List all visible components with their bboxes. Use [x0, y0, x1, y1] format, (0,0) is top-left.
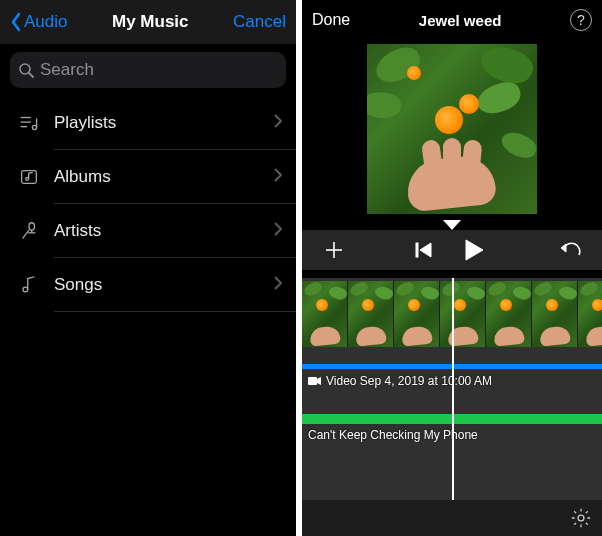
chevron-right-icon: [274, 168, 282, 186]
undo-icon: [559, 242, 581, 258]
playback-controls: [302, 230, 602, 270]
svg-marker-15: [561, 244, 566, 252]
row-artists[interactable]: Artists: [0, 204, 296, 258]
search-input[interactable]: [40, 60, 278, 80]
svg-line-1: [29, 73, 33, 77]
albums-icon: [14, 166, 44, 188]
editor-footer: [302, 500, 602, 536]
plus-icon: [324, 240, 344, 260]
back-button[interactable]: Audio: [10, 12, 67, 32]
skip-back-icon: [415, 242, 433, 258]
add-media-button[interactable]: [312, 240, 356, 260]
chevron-right-icon: [274, 222, 282, 240]
svg-marker-13: [420, 243, 431, 257]
row-label: Artists: [54, 221, 274, 241]
search-icon: [18, 62, 34, 78]
left-header: Audio My Music Cancel: [0, 0, 296, 44]
right-header: Done Jewel weed ?: [302, 0, 602, 40]
timeline-thumbnail[interactable]: [532, 281, 578, 347]
cancel-button[interactable]: Cancel: [233, 12, 286, 32]
left-title: My Music: [112, 12, 189, 32]
play-button[interactable]: [446, 239, 502, 261]
row-songs[interactable]: Songs: [0, 258, 296, 312]
video-clip-label: Video Sep 4, 2019 at 10:00 AM: [308, 374, 492, 388]
video-clip-icon: [308, 376, 322, 386]
timeline-thumbnail[interactable]: [394, 281, 440, 347]
svg-point-8: [29, 223, 35, 230]
undo-button[interactable]: [548, 242, 592, 258]
row-playlists[interactable]: Playlists: [0, 96, 296, 150]
row-label: Albums: [54, 167, 274, 187]
row-albums[interactable]: Albums: [0, 150, 296, 204]
songs-icon: [14, 274, 44, 296]
preview-frame[interactable]: [363, 40, 541, 218]
chevron-left-icon: [10, 12, 22, 32]
svg-marker-17: [317, 377, 321, 385]
svg-rect-16: [308, 377, 317, 385]
artists-icon: [14, 220, 44, 242]
svg-marker-14: [466, 240, 483, 260]
timeline-thumbnail[interactable]: [578, 281, 602, 347]
timeline[interactable]: /* placeholder, thumbs generated below v…: [302, 278, 602, 536]
svg-point-9: [23, 287, 28, 292]
chevron-right-icon: [274, 114, 282, 132]
row-label: Playlists: [54, 113, 274, 133]
timeline-thumbnail[interactable]: [348, 281, 394, 347]
settings-button[interactable]: [570, 507, 592, 529]
play-icon: [464, 239, 484, 261]
playhead-indicator-icon: [302, 220, 602, 230]
skip-back-button[interactable]: [402, 242, 446, 258]
svg-point-18: [578, 515, 584, 521]
gear-icon: [570, 507, 592, 529]
timeline-thumbnail[interactable]: [302, 281, 348, 347]
timeline-thumbnail[interactable]: [486, 281, 532, 347]
video-preview: [302, 40, 602, 222]
row-label: Songs: [54, 275, 274, 295]
timeline-thumbnail[interactable]: [440, 281, 486, 347]
editor-panel: Done Jewel weed ?: [302, 0, 602, 536]
help-button[interactable]: ?: [570, 9, 592, 31]
playhead[interactable]: [452, 278, 454, 536]
project-title: Jewel weed: [419, 12, 502, 29]
category-list: Playlists Albums Artists: [0, 96, 296, 312]
search-bar[interactable]: [10, 52, 286, 88]
music-browser-panel: Audio My Music Cancel Playlists Albums: [0, 0, 296, 536]
playlists-icon: [14, 112, 44, 134]
back-label: Audio: [24, 12, 67, 32]
done-button[interactable]: Done: [312, 11, 350, 29]
svg-rect-12: [416, 243, 418, 257]
chevron-right-icon: [274, 276, 282, 294]
